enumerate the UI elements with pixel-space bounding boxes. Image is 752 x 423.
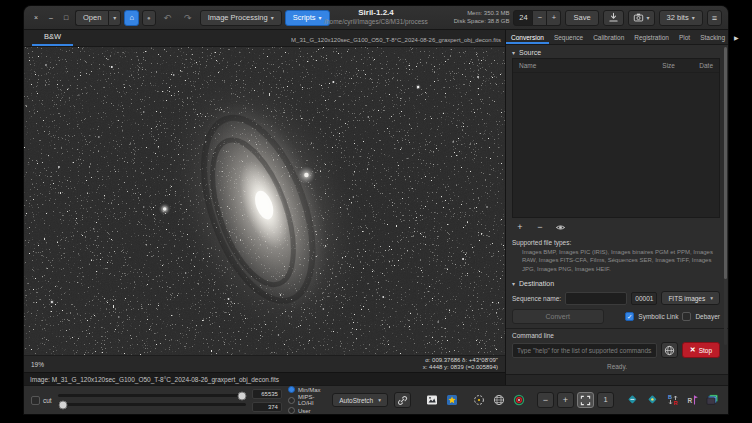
expander-icon: ▾ xyxy=(512,280,515,287)
tab-sequence[interactable]: Sequence xyxy=(549,30,588,44)
astrometry-annotations-button[interactable] xyxy=(490,392,507,408)
home-button[interactable]: ⌂ xyxy=(124,10,139,26)
radio-icon xyxy=(288,397,295,404)
home-icon: ⌂ xyxy=(129,13,134,22)
column-date[interactable]: Date xyxy=(675,62,713,69)
source-file-list[interactable]: Name Size Date xyxy=(512,58,720,218)
hi-slider[interactable] xyxy=(58,394,246,397)
tab-registration[interactable]: Registration xyxy=(629,30,674,44)
save-as-button[interactable] xyxy=(603,10,624,26)
stop-x-icon: ✕ xyxy=(690,346,696,354)
lo-slider-handle[interactable] xyxy=(59,400,68,409)
symbolic-link-checkbox[interactable]: ✓ xyxy=(625,312,634,321)
tab-stacking[interactable]: Stacking xyxy=(695,30,730,44)
zoom-in-button[interactable]: + xyxy=(557,392,574,408)
photometry-button[interactable] xyxy=(443,392,460,408)
galaxy-image xyxy=(24,47,505,355)
menu-icon: ≡ xyxy=(712,13,717,23)
close-button[interactable]: × xyxy=(30,12,42,24)
tab-plot[interactable]: Plot xyxy=(674,30,695,44)
save-label: Save xyxy=(573,13,590,22)
hamburger-menu-button[interactable]: ≡ xyxy=(707,10,722,26)
scrollbar-thumb[interactable] xyxy=(724,47,727,279)
network-log-button[interactable] xyxy=(661,342,678,358)
save-button[interactable]: Save xyxy=(565,10,598,26)
output-format-selector[interactable]: FITS images ▾ xyxy=(661,291,720,305)
threads-value[interactable]: 24 xyxy=(513,10,533,26)
chevron-down-icon: ▾ xyxy=(271,14,274,21)
scripts-menu[interactable]: Scripts ▾ xyxy=(285,10,330,26)
zoom-out-button[interactable]: − xyxy=(537,392,554,408)
maximize-button[interactable]: □ xyxy=(60,12,72,24)
sequence-name-input[interactable] xyxy=(565,292,627,305)
redo-button[interactable]: ↷ xyxy=(179,10,197,26)
snapshot-button[interactable]: ▾ xyxy=(628,10,655,26)
file-list-body[interactable] xyxy=(513,73,719,217)
working-dir-button[interactable]: ● xyxy=(142,10,156,26)
remove-files-button[interactable]: − xyxy=(532,221,548,234)
maximize-icon: □ xyxy=(64,14,68,21)
destination-section-header[interactable]: ▾ Destination xyxy=(506,276,728,289)
zoom-fit-button[interactable] xyxy=(577,392,594,408)
mode-mips-lohi[interactable]: MIPS-LO/HI xyxy=(288,394,326,406)
convert-button[interactable]: Convert xyxy=(512,309,604,324)
command-line-row: ✕ Stop xyxy=(506,340,728,360)
mode-user[interactable]: User xyxy=(288,407,326,414)
rgb-swap-button[interactable]: BR xyxy=(664,392,681,408)
bit-depth-selector[interactable]: 32 bits ▾ xyxy=(659,10,703,26)
tab-conversion[interactable]: Conversion xyxy=(506,30,549,44)
psf-target-button[interactable] xyxy=(510,392,527,408)
minimize-button[interactable]: – xyxy=(45,12,57,24)
threads-increment-button[interactable]: + xyxy=(547,10,561,26)
add-files-button[interactable]: + xyxy=(512,221,528,234)
tab-calibration[interactable]: Calibration xyxy=(588,30,629,44)
close-icon: × xyxy=(34,14,38,21)
cut-toggle[interactable]: cut xyxy=(31,396,52,405)
zoom-one-to-one-button[interactable]: 1 xyxy=(597,392,614,408)
threads-decrement-button[interactable]: − xyxy=(533,10,547,26)
tab-bw-channel[interactable]: B&W xyxy=(32,30,73,46)
open-recent-dropdown[interactable]: ▾ xyxy=(108,10,121,26)
cut-checkbox[interactable] xyxy=(31,396,40,405)
open-button[interactable]: Open xyxy=(75,10,108,26)
svg-text:R: R xyxy=(673,400,677,406)
siril-window: × – □ Open ▾ ⌂ ● ↶ ↷ Image Processing ▾ … xyxy=(24,6,728,414)
sequence-name-label: Sequence name: xyxy=(512,295,561,302)
image-list-button[interactable] xyxy=(704,392,721,408)
source-section-header[interactable]: ▾ Source xyxy=(506,45,728,58)
mode-mips-label: MIPS-LO/HI xyxy=(298,394,326,406)
titlebar: × – □ Open ▾ ⌂ ● ↶ ↷ Image Processing ▾ … xyxy=(24,6,728,30)
registration-marker-button[interactable]: R xyxy=(684,392,701,408)
scripts-label: Scripts xyxy=(293,13,316,22)
sequence-start-index[interactable]: 00001 xyxy=(631,292,657,305)
negative-view-button[interactable] xyxy=(423,392,440,408)
hi-value-entry[interactable]: 65535 xyxy=(252,389,282,399)
background-samples-button[interactable] xyxy=(470,392,487,408)
column-size[interactable]: Size xyxy=(641,62,675,69)
false-color-button[interactable] xyxy=(644,392,661,408)
stop-button[interactable]: ✕ Stop xyxy=(682,342,720,358)
check-files-button[interactable] xyxy=(552,221,568,234)
chevron-down-icon: ▾ xyxy=(647,14,650,21)
disk-space-label: Disk Space: 38.8 GB xyxy=(454,18,510,26)
hi-slider-handle[interactable] xyxy=(238,391,247,400)
column-name[interactable]: Name xyxy=(519,62,641,69)
plus-icon: + xyxy=(517,222,522,232)
image-processing-menu[interactable]: Image Processing ▾ xyxy=(200,10,282,26)
link-channels-button[interactable] xyxy=(394,392,411,408)
mode-minmax[interactable]: Min/Max xyxy=(288,386,326,393)
globe-grid-icon xyxy=(493,394,505,406)
pixel-math-button[interactable] xyxy=(624,392,641,408)
coordinates-xy: x: 4448 y: 0839 (=0.005894) xyxy=(423,364,498,372)
tabs-scroll-right-button[interactable]: ▶ xyxy=(730,30,743,44)
sequence-name-row: Sequence name: 00001 FITS images ▾ xyxy=(506,289,728,307)
undo-button[interactable]: ↶ xyxy=(159,10,177,26)
chevron-down-icon: ▾ xyxy=(113,14,116,21)
debayer-checkbox[interactable] xyxy=(682,312,691,321)
command-input[interactable] xyxy=(512,343,657,358)
lo-slider[interactable] xyxy=(58,403,246,406)
stretch-mode-selector[interactable]: AutoStretch ▾ xyxy=(332,393,388,407)
panel-scrollbar[interactable] xyxy=(724,47,727,345)
image-canvas[interactable] xyxy=(24,47,505,355)
lo-value-entry[interactable]: 374 xyxy=(252,402,282,412)
